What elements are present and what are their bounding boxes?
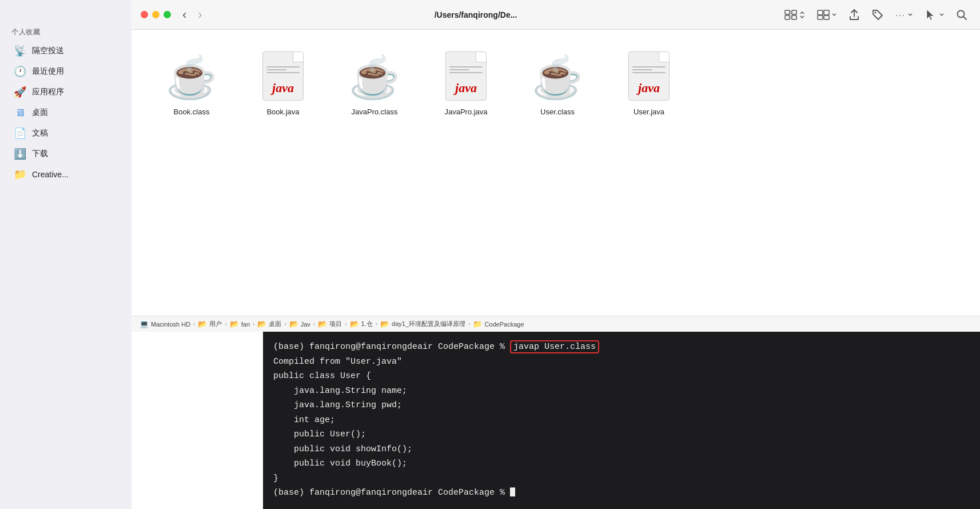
docs-icon: 📄: [14, 127, 26, 140]
file-name-user-class: User.class: [540, 108, 575, 117]
breadcrumb-label: CodePackage: [484, 321, 524, 328]
svg-rect-2: [785, 15, 790, 19]
svg-rect-7: [824, 15, 829, 19]
folder-icon: 📂: [257, 320, 266, 328]
grid-view-icon: [784, 10, 797, 20]
sidebar-item-label: 应用程序: [32, 87, 64, 97]
file-item-user-class[interactable]: ☕ User.class: [520, 47, 595, 122]
file-item-user-java[interactable]: java User.java: [612, 47, 686, 122]
downloads-icon: ⬇️: [14, 148, 26, 160]
sidebar-item-label: 最近使用: [32, 66, 64, 77]
coffee-icon: ☕: [532, 53, 583, 102]
file-icon-user-java: java: [623, 51, 675, 103]
breadcrumb-users[interactable]: 📂 用户: [198, 320, 222, 328]
breadcrumb-label: Jav: [301, 321, 310, 328]
file-item-book-class[interactable]: ☕ Book.class: [154, 47, 229, 122]
svg-rect-1: [792, 10, 796, 14]
finder-window: ‹ › /Users/fanqirong/De...: [132, 0, 980, 509]
sidebar-item-docs[interactable]: 📄 文稿: [5, 124, 127, 143]
cursor-icon: [925, 9, 937, 21]
sidebar-item-label: 隔空投送: [32, 46, 64, 56]
apps-icon: 🚀: [14, 86, 26, 98]
terminal-output-line-1: Compiled from "User.java": [273, 357, 402, 367]
minimize-button[interactable]: [152, 11, 160, 18]
sidebar-item-label: 下载: [32, 149, 48, 159]
file-item-book-java[interactable]: java Book.java: [246, 47, 320, 122]
breadcrumb-label: day1_环境配置及编译原理: [392, 320, 465, 328]
breadcrumb-desktop[interactable]: 📂 桌面: [257, 320, 281, 328]
file-name-book-class: Book.class: [174, 108, 210, 117]
file-icon-book-class: ☕: [166, 51, 217, 103]
sidebar-item-creative[interactable]: 📁 Creative...: [5, 165, 127, 184]
breadcrumb-label: 1.仓: [361, 320, 373, 328]
breadcrumb-macintosh-hd[interactable]: 💻 Macintosh HD: [140, 320, 190, 328]
breadcrumb-bar: 💻 Macintosh HD › 📂 用户 › 📂 fan › 📂 桌面 › 📂…: [132, 316, 980, 332]
maximize-button[interactable]: [164, 11, 171, 18]
more-button[interactable]: ···: [892, 8, 917, 22]
desktop-icon: 🖥: [14, 106, 26, 119]
terminal-prompt: (base) fanqirong@fanqirongdeair CodePack…: [273, 342, 510, 352]
terminal-output-line-5: int age;: [273, 415, 335, 425]
creative-icon: 📁: [14, 168, 26, 181]
java-doc-icon: java: [626, 51, 672, 103]
finder-toolbar: ‹ › /Users/fanqirong/De...: [132, 0, 980, 30]
breadcrumb-1-cang[interactable]: 📂 1.仓: [350, 320, 373, 328]
svg-rect-3: [792, 15, 796, 19]
svg-point-8: [875, 11, 877, 13]
sidebar-section-label: 个人收藏: [0, 23, 132, 41]
terminal-output-line-3: java.lang.String name;: [273, 386, 407, 396]
coffee-icon: ☕: [166, 53, 217, 102]
file-item-javapro-class[interactable]: ☕ JavaPro.class: [337, 47, 412, 122]
breadcrumb-label: fan: [241, 321, 250, 328]
close-button[interactable]: [141, 11, 148, 18]
folder-icon: 📂: [380, 320, 389, 328]
tag-icon: [871, 9, 884, 21]
file-icon-javapro-java: java: [440, 51, 492, 103]
folder-icon: 📂: [198, 320, 207, 328]
file-name-javapro-class: JavaPro.class: [352, 108, 398, 117]
java-doc-icon: java: [443, 51, 489, 103]
breadcrumb-fan[interactable]: 📂 fan: [230, 320, 250, 328]
folder-icon: 📂: [350, 320, 359, 328]
terminal-output-line-6: public User();: [273, 430, 366, 439]
terminal-section: (base) fanqirong@fanqirongdeair CodePack…: [263, 332, 980, 509]
file-name-book-java: Book.java: [266, 108, 299, 117]
sidebar-item-downloads[interactable]: ⬇️ 下载: [5, 144, 127, 164]
breadcrumb-day1[interactable]: 📂 day1_环境配置及编译原理: [380, 320, 465, 328]
view-icon-large-button[interactable]: [814, 7, 840, 22]
folder-icon: 📂: [289, 320, 298, 328]
breadcrumb-project[interactable]: 📂 项目: [318, 320, 342, 328]
breadcrumb-label: 用户: [209, 320, 222, 328]
file-icon-user-class: ☕: [532, 51, 583, 103]
search-button[interactable]: [953, 7, 971, 23]
terminal-command: javap User.class: [510, 340, 599, 353]
breadcrumb-jav[interactable]: 📂 Jav: [289, 320, 310, 328]
java-doc-icon: java: [260, 51, 306, 103]
sidebar-item-recent[interactable]: 🕐 最近使用: [5, 62, 127, 81]
share-button[interactable]: [845, 6, 863, 23]
traffic-lights: [141, 11, 171, 18]
action-chevron-icon: [939, 11, 945, 18]
file-item-javapro-java[interactable]: java JavaPro.java: [429, 47, 503, 122]
sidebar-item-airdrop[interactable]: 📡 隔空投送: [5, 41, 127, 61]
sidebar-item-apps[interactable]: 🚀 应用程序: [5, 82, 127, 102]
tag-button[interactable]: [868, 6, 887, 23]
sidebar-item-desktop[interactable]: 🖥 桌面: [5, 103, 127, 122]
terminal-output-line-7: public void showInfo();: [273, 444, 412, 454]
terminal-content: (base) fanqirong@fanqirongdeair CodePack…: [263, 332, 980, 508]
coffee-icon: ☕: [349, 53, 400, 102]
sidebar: 个人收藏 📡 隔空投送 🕐 最近使用 🚀 应用程序 🖥 桌面 📄 文稿 ⬇️ 下…: [0, 0, 132, 509]
more-chevron-icon: [907, 11, 913, 18]
action-button[interactable]: [921, 6, 948, 23]
airdrop-icon: 📡: [14, 45, 26, 57]
terminal-output-line-8: public void buyBook();: [273, 459, 407, 468]
folder-icon: 📂: [318, 320, 327, 328]
toolbar-right: ···: [781, 6, 971, 23]
view-icon-grid-button[interactable]: [781, 7, 809, 22]
terminal-prompt-end: (base) fanqirong@fanqirongdeair CodePack…: [273, 488, 515, 498]
breadcrumb-label: 项目: [329, 320, 342, 328]
file-name-user-java: User.java: [634, 108, 664, 117]
path-label: /Users/fanqirong/De...: [177, 10, 775, 19]
sidebar-item-label: 桌面: [32, 108, 48, 118]
breadcrumb-codepackage[interactable]: 📁 CodePackage: [473, 320, 524, 328]
